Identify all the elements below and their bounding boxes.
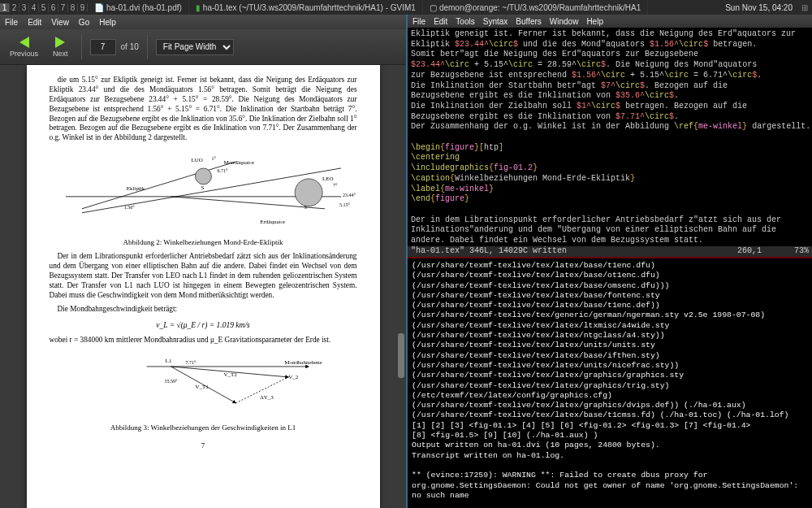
menu-edit[interactable]: Edit [28, 18, 41, 27]
gvim-status-pct: 73% [794, 246, 809, 257]
svg-text:V_T1: V_T1 [195, 384, 209, 390]
workspace-8[interactable]: 8 [68, 3, 78, 12]
gvim-menu-help[interactable]: Help [586, 17, 603, 26]
formula-vl: v_L = √(μ_E / r) = 1.019 km/s [50, 320, 357, 330]
workspace-5[interactable]: 5 [39, 3, 49, 12]
task-terminal[interactable]: ▢demon@orange: ~/TU/3.ws2009/Raumfahrtte… [423, 0, 648, 15]
tray-menu-icon[interactable]: ⊞ [797, 3, 812, 12]
figure-3-caption: Abbildung 3: Winkelbeziehungen der Gesch… [50, 423, 357, 433]
clock: Sun Nov 15, 04:20 [720, 3, 797, 12]
arrow-right-icon [55, 37, 65, 48]
pdf-icon: 📄 [94, 3, 104, 12]
svg-text:L1: L1 [165, 358, 171, 364]
svg-text:V_2: V_2 [288, 374, 299, 380]
gvim-status-pos: 260,1 [737, 246, 762, 257]
svg-text:S: S [201, 185, 204, 191]
svg-text:LUO: LUO [191, 157, 202, 163]
figure-2: Ekliptik LUO Mondäquator Erdäquator LEO … [50, 152, 357, 225]
gvim-statusline: "ha-01.tex" 346L, 14029C written 260,1 7… [408, 246, 812, 257]
evince-toolbar: Previous Next of 10 Fit Page Width [0, 29, 406, 65]
svg-point-5 [295, 179, 322, 206]
workspace-6[interactable]: 6 [49, 3, 58, 12]
svg-text:Ekliptik: Ekliptik [126, 185, 145, 192]
gvim-menu-syntax[interactable]: Syntax [483, 17, 508, 26]
next-button[interactable]: Next [48, 35, 73, 59]
paragraph-mid: Der in dem Librationspunkt erforderliche… [50, 252, 357, 300]
evince-window: File Edit View Go Help Previous Next of … [0, 15, 406, 508]
svg-text:Mondäquator: Mondäquator [223, 159, 254, 166]
paragraph-mbg: Die Mondbahngeschwindigkeit beträgt: [50, 305, 357, 315]
svg-text:S: S [304, 204, 307, 211]
gvim-status-file: "ha-01.tex" 346L, 14029C written [411, 246, 567, 257]
gvim-editor[interactable]: Ekliptik geneigt ist. Ferner ist bekannt… [408, 28, 812, 246]
menu-file[interactable]: File [5, 18, 18, 27]
task-gvim-label: ha-01.tex (~/TU/3.ws2009/Raumfahrttechni… [203, 3, 416, 12]
gvim-menu-window[interactable]: Window [550, 17, 579, 26]
workspace-3[interactable]: 3 [19, 3, 29, 12]
svg-text:7°: 7° [333, 183, 338, 188]
paragraph-top: die um 5.15° zur Ekliptik geneigt ist. F… [50, 76, 357, 143]
arrow-left-icon [19, 37, 29, 48]
pdf-page: die um 5.15° zur Ekliptik geneigt ist. F… [27, 65, 380, 508]
previous-label: Previous [10, 50, 38, 58]
top-taskbar: 1 2 3 4 5 6 7 8 9 📄ha-01.dvi (ha-01.pdf)… [0, 0, 812, 15]
workspace-9[interactable]: 9 [78, 3, 88, 12]
workspace-2[interactable]: 2 [10, 3, 19, 12]
figure-2-caption: Abbildung 2: Winkelbeziehungen Mond-Erde… [50, 238, 357, 248]
workspace-4[interactable]: 4 [29, 3, 39, 12]
svg-text:5.15°: 5.15° [339, 202, 350, 207]
svg-text:1°: 1° [211, 156, 216, 161]
scrollbar-thumb[interactable] [398, 333, 404, 378]
zoom-select[interactable]: Fit Page Width [156, 39, 234, 55]
gvim-menu-tools[interactable]: Tools [456, 17, 474, 26]
task-gvim[interactable]: ▮ha-01.tex (~/TU/3.ws2009/Raumfahrttechn… [189, 0, 423, 15]
previous-button[interactable]: Previous [5, 35, 43, 59]
svg-text:ΔV_3: ΔV_3 [260, 394, 274, 401]
task-evince[interactable]: 📄ha-01.dvi (ha-01.pdf) [88, 0, 189, 15]
workspace-7[interactable]: 7 [58, 3, 68, 12]
gvim-menubar: File Edit Tools Syntax Buffers Window He… [408, 15, 812, 28]
paragraph-bot: wobei r = 384000 km mittlerer Mondbahnra… [50, 336, 357, 345]
svg-text:6.71°: 6.71° [217, 168, 227, 173]
gvim-menu-edit[interactable]: Edit [434, 17, 447, 26]
page-number: 7 [50, 441, 357, 451]
evince-menubar: File Edit View Go Help [0, 15, 406, 29]
svg-text:23.44°: 23.44° [343, 193, 356, 198]
gvim-window: File Edit Tools Syntax Buffers Window He… [408, 15, 812, 257]
figure-3: L1 7.71° 35.59° V_T1 V_T2 V_2 ΔV_3 Mondb… [50, 354, 357, 411]
next-label: Next [53, 50, 68, 58]
page-view[interactable]: die um 5.15° zur Ekliptik geneigt ist. F… [0, 65, 406, 508]
gvim-menu-buffers[interactable]: Buffers [516, 17, 542, 26]
terminal-window[interactable]: (/usr/share/texmf-texlive/tex/latex/base… [408, 257, 812, 508]
workspace-1[interactable]: 1 [0, 3, 10, 12]
svg-line-2 [81, 162, 235, 209]
page-number-input[interactable] [90, 39, 116, 55]
svg-text:7.71°: 7.71° [185, 360, 196, 365]
task-evince-label: ha-01.dvi (ha-01.pdf) [106, 3, 182, 12]
terminal-icon: ▢ [430, 3, 437, 12]
menu-view[interactable]: View [51, 18, 69, 27]
svg-text:LEO: LEO [322, 176, 334, 182]
svg-text:35.59°: 35.59° [164, 379, 177, 384]
task-terminal-label: demon@orange: ~/TU/3.ws2009/Raumfahrttec… [439, 3, 641, 12]
gvim-menu-file[interactable]: File [412, 17, 425, 26]
svg-text:1.56°: 1.56° [123, 205, 134, 210]
svg-text:V_T2: V_T2 [223, 371, 237, 378]
svg-point-4 [195, 168, 211, 185]
gvim-icon: ▮ [196, 3, 201, 12]
svg-text:Mondbahnebene: Mondbahnebene [284, 359, 322, 366]
svg-text:Erdäquator: Erdäquator [260, 219, 286, 225]
page-total: of 10 [121, 42, 139, 51]
menu-help[interactable]: Help [99, 18, 116, 27]
menu-go[interactable]: Go [79, 18, 89, 27]
